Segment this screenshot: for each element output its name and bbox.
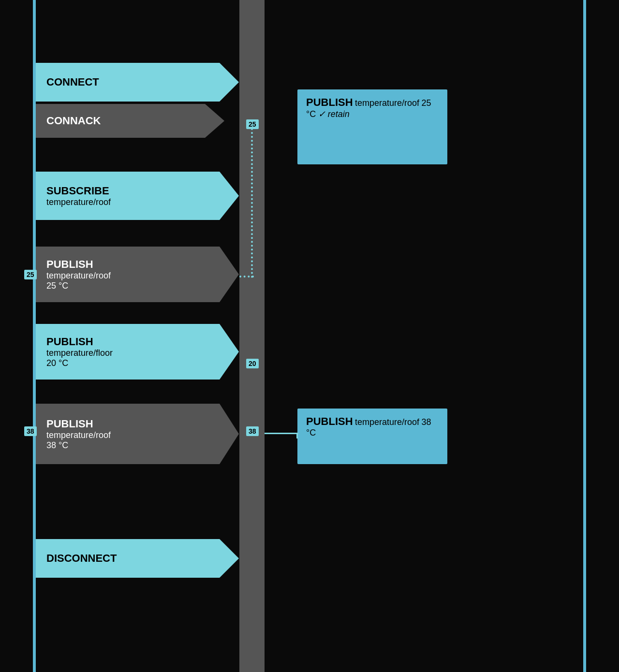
- subscribe-message: SUBSCRIBE temperature/roof: [36, 172, 239, 220]
- publish-roof-38-topic: temperature/roof: [46, 430, 215, 440]
- badge-retained-25: 25: [246, 119, 259, 129]
- badge-floor-20: 20: [246, 359, 259, 368]
- diagram: CONNECT CONNACK SUBSCRIBE temperature/ro…: [0, 0, 619, 672]
- dotted-vertical-line: [251, 128, 253, 278]
- forward-line-horizontal: [265, 433, 298, 434]
- subscribe-label: SUBSCRIBE: [46, 185, 215, 197]
- forwarded-publish-38-label: PUBLISH: [306, 415, 353, 427]
- right-timeline: [583, 0, 586, 672]
- subscribe-topic: temperature/roof: [46, 197, 215, 207]
- publish-roof-25-topic: temperature/roof: [46, 271, 215, 281]
- retained-publish-retain: ✓ retain: [318, 109, 350, 119]
- publish-roof-25-message: PUBLISH temperature/roof 25 °C: [36, 247, 239, 302]
- retained-publish-topic: temperature/roof: [355, 98, 419, 108]
- forwarded-publish-38-topic: temperature/roof: [355, 417, 419, 427]
- disconnect-message: DISCONNECT: [36, 539, 239, 578]
- left-timeline: [33, 0, 36, 672]
- connack-label: CONNACK: [46, 115, 200, 127]
- dotted-horizontal-line: [239, 276, 254, 278]
- publish-floor-20-label: PUBLISH: [46, 336, 215, 348]
- publish-roof-38-message: PUBLISH temperature/roof 38 °C: [36, 404, 239, 464]
- publish-floor-20-value: 20 °C: [46, 358, 215, 368]
- publish-roof-25-label: PUBLISH: [46, 258, 215, 271]
- publish-roof-38-label: PUBLISH: [46, 418, 215, 430]
- disconnect-label: DISCONNECT: [46, 552, 215, 565]
- forward-line-vertical: [296, 433, 298, 438]
- publish-floor-20-message: PUBLISH temperature/floor 20 °C: [36, 324, 239, 380]
- connack-message: CONNACK: [36, 104, 224, 138]
- badge-left-25: 25: [24, 270, 37, 279]
- publish-floor-20-topic: temperature/floor: [46, 348, 215, 358]
- connect-label: CONNECT: [46, 76, 215, 88]
- center-broker-bar: [239, 0, 265, 672]
- forwarded-publish-38-message: PUBLISH temperature/roof 38 °C: [297, 409, 447, 464]
- retained-publish-label: PUBLISH: [306, 96, 353, 108]
- publish-roof-25-value: 25 °C: [46, 281, 215, 291]
- publish-roof-38-value: 38 °C: [46, 440, 215, 451]
- retained-publish-message: PUBLISH temperature/roof 25 °C ✓ retain: [297, 89, 447, 164]
- badge-left-38: 38: [24, 426, 37, 436]
- connect-message: CONNECT: [36, 63, 239, 102]
- badge-roof-38: 38: [246, 426, 259, 436]
